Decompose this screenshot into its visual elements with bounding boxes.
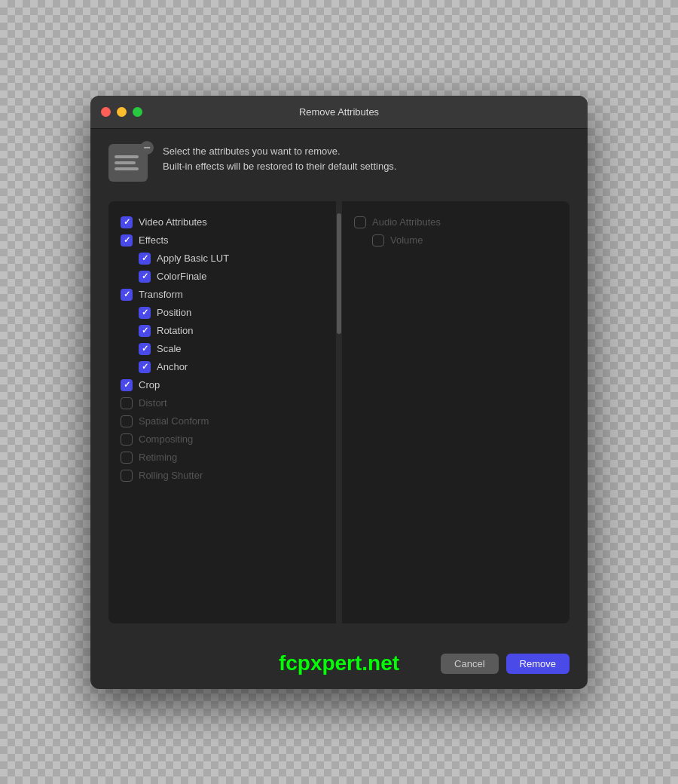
checkbox-colorfinale[interactable]: ✓ bbox=[139, 271, 151, 283]
window-title: Remove Attributes bbox=[299, 106, 379, 118]
checkbox-item-audio-attributes[interactable]: Audio Attributes bbox=[354, 213, 557, 231]
scroll-track bbox=[336, 201, 342, 623]
label-colorfinale: ColorFinale bbox=[157, 271, 206, 282]
maximize-button[interactable] bbox=[133, 107, 142, 117]
remove-attributes-icon: − bbox=[108, 144, 151, 186]
checkmark-icon: ✓ bbox=[142, 308, 148, 317]
checkmark-icon: ✓ bbox=[142, 345, 148, 353]
titlebar: Remove Attributes bbox=[90, 96, 588, 129]
checkbox-video-attributes[interactable]: ✓ bbox=[121, 216, 133, 228]
traffic-lights bbox=[101, 107, 142, 117]
label-position: Position bbox=[157, 307, 191, 318]
label-transform: Transform bbox=[139, 289, 183, 300]
watermark-text: fcpxpert.net bbox=[279, 651, 399, 675]
checkbox-crop[interactable]: ✓ bbox=[121, 379, 133, 391]
checkbox-item-position[interactable]: ✓ Position bbox=[121, 304, 324, 322]
checkbox-item-rotation[interactable]: ✓ Rotation bbox=[121, 322, 324, 340]
label-effects: Effects bbox=[139, 234, 169, 246]
checkbox-item-colorfinale[interactable]: ✓ ColorFinale bbox=[121, 268, 324, 286]
icon-line-3 bbox=[115, 167, 139, 170]
checkmark-icon: ✓ bbox=[124, 381, 130, 389]
checkbox-item-crop[interactable]: ✓ Crop bbox=[121, 376, 324, 394]
checkbox-item-effects[interactable]: ✓ Effects bbox=[121, 231, 324, 250]
label-retiming: Retiming bbox=[139, 452, 177, 463]
checkbox-transform[interactable]: ✓ bbox=[121, 289, 133, 301]
minus-badge-icon: − bbox=[140, 141, 154, 155]
checkbox-item-video-attributes[interactable]: ✓ Video Attributes bbox=[121, 213, 324, 231]
checkbox-item-distort[interactable]: Distort bbox=[121, 394, 324, 412]
checkbox-item-retiming[interactable]: Retiming bbox=[121, 449, 324, 467]
checkbox-item-compositing[interactable]: Compositing bbox=[121, 430, 324, 449]
label-audio-attributes: Audio Attributes bbox=[372, 216, 441, 228]
checkbox-distort[interactable] bbox=[121, 397, 133, 409]
checkbox-item-apply-basic-lut[interactable]: ✓ Apply Basic LUT bbox=[121, 250, 324, 268]
checkbox-item-volume[interactable]: Volume bbox=[354, 231, 557, 250]
checkbox-spatial-conform[interactable] bbox=[121, 415, 133, 427]
checkbox-item-spatial-conform[interactable]: Spatial Conform bbox=[121, 412, 324, 430]
checkmark-icon: ✓ bbox=[142, 326, 148, 335]
checkbox-audio-attributes[interactable] bbox=[354, 216, 366, 228]
checkbox-apply-basic-lut[interactable]: ✓ bbox=[139, 253, 151, 265]
checkbox-rolling-shutter[interactable] bbox=[121, 470, 133, 482]
checkbox-volume[interactable] bbox=[372, 234, 384, 247]
dialog-footer: fcpxpert.net Cancel Remove bbox=[90, 642, 588, 689]
label-distort: Distort bbox=[139, 397, 167, 409]
checkbox-item-anchor[interactable]: ✓ Anchor bbox=[121, 358, 324, 376]
scroll-thumb[interactable] bbox=[337, 213, 341, 334]
label-video-attributes: Video Attributes bbox=[139, 216, 207, 228]
label-rolling-shutter: Rolling Shutter bbox=[139, 470, 203, 481]
checkbox-position[interactable]: ✓ bbox=[139, 307, 151, 319]
label-rotation: Rotation bbox=[157, 325, 193, 336]
header-line1: Select the attributes you want to remove… bbox=[163, 144, 396, 160]
header-section: − Select the attributes you want to remo… bbox=[108, 144, 570, 186]
header-line2: Built-in effects will be restored to the… bbox=[163, 159, 396, 175]
checkbox-effects[interactable]: ✓ bbox=[121, 234, 133, 247]
minimize-button[interactable] bbox=[117, 107, 127, 117]
label-anchor: Anchor bbox=[157, 361, 188, 372]
label-scale: Scale bbox=[157, 343, 182, 354]
attributes-panel: ✓ Video Attributes ✓ Effects ✓ Apply bbox=[108, 201, 570, 623]
checkbox-retiming[interactable] bbox=[121, 452, 133, 464]
checkbox-item-rolling-shutter[interactable]: Rolling Shutter bbox=[121, 467, 324, 485]
header-description: Select the attributes you want to remove… bbox=[163, 144, 396, 176]
checkmark-icon: ✓ bbox=[124, 236, 130, 244]
checkbox-rotation[interactable]: ✓ bbox=[139, 325, 151, 337]
checkbox-compositing[interactable] bbox=[121, 433, 133, 446]
checkbox-item-transform[interactable]: ✓ Transform bbox=[121, 286, 324, 304]
label-spatial-conform: Spatial Conform bbox=[139, 415, 209, 427]
checkbox-item-scale[interactable]: ✓ Scale bbox=[121, 340, 324, 358]
right-attributes-panel: Audio Attributes Volume bbox=[342, 201, 570, 623]
label-apply-basic-lut: Apply Basic LUT bbox=[157, 253, 229, 264]
dialog-window: Remove Attributes − Select the attribute… bbox=[90, 96, 588, 689]
label-compositing: Compositing bbox=[139, 433, 193, 445]
icon-line-1 bbox=[115, 155, 139, 158]
checkmark-icon: ✓ bbox=[142, 254, 148, 262]
left-attributes-panel: ✓ Video Attributes ✓ Effects ✓ Apply bbox=[108, 201, 336, 623]
cancel-button[interactable]: Cancel bbox=[441, 654, 498, 674]
dialog-content: − Select the attributes you want to remo… bbox=[90, 129, 588, 642]
icon-line-2 bbox=[115, 161, 136, 164]
label-crop: Crop bbox=[139, 379, 160, 390]
label-volume: Volume bbox=[390, 234, 423, 246]
checkbox-scale[interactable]: ✓ bbox=[139, 343, 151, 355]
remove-button[interactable]: Remove bbox=[506, 654, 570, 674]
checkbox-anchor[interactable]: ✓ bbox=[139, 361, 151, 373]
checkmark-icon: ✓ bbox=[124, 218, 130, 226]
checkmark-icon: ✓ bbox=[142, 363, 148, 371]
checkmark-icon: ✓ bbox=[124, 290, 130, 299]
close-button[interactable] bbox=[101, 107, 111, 117]
checkmark-icon: ✓ bbox=[142, 272, 148, 280]
